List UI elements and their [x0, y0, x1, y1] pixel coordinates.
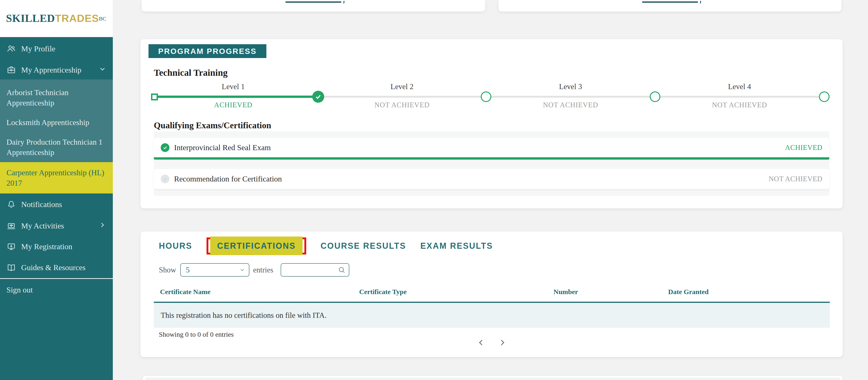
table-empty-row: This registration has no certifications … [154, 303, 830, 328]
sidebar-subitem-locksmith[interactable]: Locksmith Apprenticeship [0, 113, 113, 132]
sidebar: SKILLEDTRADESBC My Profile My Apprentice… [0, 0, 113, 380]
chevron-down-icon [98, 65, 106, 75]
clipped-link[interactable] [642, 1, 698, 3]
program-progress-card: PROGRAM PROGRESS Technical Training Leve… [141, 39, 843, 208]
bell-icon [6, 200, 16, 209]
exam-row-recommendation: Recommendation for Certification NOT ACH… [154, 169, 829, 189]
column-header-number[interactable]: Number [554, 288, 578, 296]
sidebar-item-my-profile[interactable]: My Profile [0, 37, 113, 61]
sidebar-item-my-apprenticeship[interactable]: My Apprenticeship [0, 61, 113, 80]
level-1-check-icon [312, 91, 324, 103]
sidebar-item-label: My Profile [21, 45, 55, 53]
level-3-node [650, 91, 660, 102]
table-summary: Showing 0 to 0 of 0 entries [159, 330, 234, 338]
pagination-prev-button[interactable] [477, 338, 486, 347]
brand-sup-bc: BC [99, 16, 106, 22]
level-3-label: Level 3 [559, 83, 582, 91]
level-1-label: Level 1 [222, 83, 245, 91]
pagination-next-button[interactable] [497, 338, 506, 347]
tab-certifications-active[interactable]: CERTIFICATIONS [210, 236, 303, 255]
level-4-node [819, 91, 830, 102]
sidebar-item-my-activities[interactable]: My Activities [0, 215, 113, 236]
tab-hours[interactable]: HOURS [159, 241, 192, 251]
level-2-status: NOT ACHIEVED [374, 101, 430, 109]
top-card-left-clipped [142, 0, 485, 11]
pagination [477, 338, 506, 347]
brand-part-skilled: SKILLED [6, 12, 55, 24]
chevron-down-icon [239, 267, 245, 273]
progress-track-achieved [154, 95, 318, 98]
entries-label: entries [253, 266, 273, 274]
technical-training-heading: Technical Training [154, 67, 227, 78]
program-progress-badge: PROGRAM PROGRESS [149, 44, 267, 58]
sidebar-subitem-dairy[interactable]: Dairy Production Technician 1 Apprentice… [0, 132, 113, 162]
exam-row-red-seal: Interprovincial Red Seal Exam ACHIEVED [154, 138, 829, 157]
exam-name: Interprovincial Red Seal Exam [174, 143, 271, 152]
sidebar-subitem-carpenter-active[interactable]: Carpenter Apprenticeship (HL) 2017 [0, 162, 113, 194]
search-icon [338, 266, 346, 274]
table-controls: Show 5 entries [159, 263, 349, 276]
sidebar-item-label: My Registration [21, 242, 72, 251]
sidebar-item-label: My Apprenticeship [21, 66, 82, 75]
tab-exam-results[interactable]: EXAM RESULTS [421, 241, 493, 251]
column-header-date-granted[interactable]: Date Granted [668, 288, 709, 296]
level-3-status: NOT ACHIEVED [543, 101, 598, 109]
brand-logo[interactable]: SKILLEDTRADESBC [0, 0, 113, 24]
main-content: PROGRAM PROGRESS Technical Training Leve… [113, 0, 868, 380]
clipped-link[interactable] [285, 1, 341, 3]
qualifying-heading: Qualifying Exams/Certification [154, 120, 271, 130]
sidebar-item-my-registration[interactable]: My Registration [0, 236, 113, 257]
sidebar-item-guides-resources[interactable]: Guides & Resources [0, 257, 113, 278]
page-size-value: 5 [186, 266, 190, 274]
column-header-certificate-type[interactable]: Certificate Type [359, 288, 407, 296]
exam-status-badge: ACHIEVED [785, 144, 823, 152]
sidebar-item-notifications[interactable]: Notifications [0, 194, 113, 215]
apprenticeship-submenu: Arborist Technician Apprenticeship Locks… [0, 80, 113, 194]
records-card: HOURS CERTIFICATIONS COURSE RESULTS EXAM… [141, 231, 843, 357]
sidebar-item-sign-out[interactable]: Sign out [0, 279, 113, 301]
sidebar-nav: My Profile My Apprenticeship Arborist Te… [0, 37, 113, 380]
achieved-progress-bar [154, 157, 829, 159]
sidebar-subitem-arborist[interactable]: Arborist Technician Apprenticeship [0, 83, 113, 113]
laptop-learning-icon [6, 221, 16, 231]
records-tabs: HOURS CERTIFICATIONS COURSE RESULTS EXAM… [159, 237, 493, 255]
top-card-right-clipped [498, 0, 841, 11]
annotation-highlight-box: CERTIFICATIONS [207, 237, 306, 255]
level-2-label: Level 2 [391, 83, 413, 91]
show-label: Show [159, 266, 176, 274]
registration-download-icon [6, 242, 16, 252]
qualifying-rows: Interprovincial Red Seal Exam ACHIEVED R… [154, 131, 829, 196]
book-icon [6, 263, 16, 272]
level-1-status: ACHIEVED [214, 101, 252, 109]
sidebar-item-label: Guides & Resources [21, 263, 86, 272]
page-size-select[interactable]: 5 [180, 263, 249, 276]
table-search [281, 263, 349, 276]
progress-start-marker [151, 93, 158, 100]
briefcase-icon [6, 65, 16, 75]
exam-status-badge: NOT ACHIEVED [769, 175, 823, 183]
bottom-card-clipped [143, 376, 843, 380]
chevron-right-icon [98, 221, 106, 231]
check-circle-icon-inactive [161, 175, 169, 183]
column-header-certificate-name[interactable]: Certificate Name [160, 288, 211, 296]
sidebar-item-label: Sign out [6, 286, 33, 294]
sidebar-item-label: Notifications [21, 200, 62, 209]
tab-course-results[interactable]: COURSE RESULTS [320, 241, 406, 251]
bottom-card-header-strip [145, 377, 840, 380]
brand-part-trades: TRADES [55, 12, 99, 24]
search-input[interactable] [285, 266, 336, 274]
sidebar-item-label: My Activities [21, 222, 64, 230]
level-4-status: NOT ACHIEVED [712, 101, 767, 109]
exam-name: Recommendation for Certification [174, 175, 282, 183]
check-circle-icon [161, 143, 169, 152]
level-4-label: Level 4 [728, 83, 751, 91]
person-icon [6, 44, 16, 54]
level-2-node [481, 91, 491, 102]
